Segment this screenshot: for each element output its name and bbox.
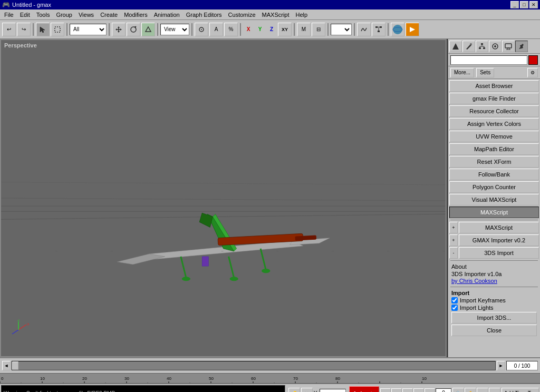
- coord-icon[interactable]: ✕: [301, 388, 313, 393]
- gmax-importer-section-toggle[interactable]: +: [449, 234, 458, 246]
- orbit-icon[interactable]: ⟳: [477, 388, 488, 393]
- select-object-button[interactable]: [36, 23, 50, 36]
- align-button[interactable]: ⊟: [312, 23, 325, 36]
- y-value[interactable]: [320, 389, 346, 393]
- utilities-icon[interactable]: ⚙: [527, 68, 538, 77]
- menu-animation[interactable]: Animation: [151, 9, 183, 19]
- menu-group[interactable]: Group: [53, 9, 75, 19]
- import-lights-checkbox[interactable]: [451, 305, 458, 311]
- add-time-tag-button[interactable]: Add Time Tag: [502, 388, 539, 393]
- color-swatch[interactable]: [528, 55, 538, 65]
- sets-button[interactable]: Sets: [476, 68, 494, 77]
- select-rotate-button[interactable]: [127, 23, 140, 36]
- go-end-button[interactable]: ⏭: [425, 388, 435, 393]
- reset-xform-button[interactable]: Reset XForm: [449, 156, 539, 168]
- timeline-right-arrow[interactable]: ►: [497, 361, 505, 370]
- menu-graph-editors[interactable]: Graph Editors: [183, 9, 225, 19]
- maxscript-section-toggle[interactable]: +: [449, 222, 458, 233]
- import-keyframes-checkbox[interactable]: [451, 297, 458, 303]
- svg-line-35: [229, 257, 234, 278]
- mappath-editor-button[interactable]: MapPath Editor: [449, 143, 539, 155]
- viewport[interactable]: Perspective X Z: [0, 39, 448, 357]
- status-bar: Warning: Can't find texture map file FIR…: [1, 385, 285, 393]
- tab-modify[interactable]: [462, 41, 475, 52]
- animate-button[interactable]: Animate: [349, 386, 379, 393]
- close-button-panel[interactable]: Close: [451, 325, 537, 336]
- curve-editor-button[interactable]: [357, 23, 371, 36]
- select-scale-button[interactable]: [141, 23, 155, 36]
- polygon-counter-button[interactable]: Polygon Counter: [449, 181, 539, 193]
- tab-utilities[interactable]: [515, 41, 528, 52]
- menu-create[interactable]: Create: [97, 9, 121, 19]
- nav-group: ⏮ ◀ ▶ ▶ ⏭: [380, 388, 451, 393]
- import-section: Import Import Keyframes Import Lights Im…: [449, 289, 539, 337]
- zoom-icon[interactable]: 🔍: [452, 388, 464, 393]
- divider1: [450, 220, 538, 220]
- menu-help[interactable]: Help: [293, 9, 311, 19]
- panel-tabs: [448, 39, 540, 54]
- uvw-remove-button[interactable]: UVW Remove: [449, 131, 539, 142]
- time-input[interactable]: [436, 388, 451, 393]
- close-button[interactable]: ✕: [529, 1, 538, 8]
- fov-icon[interactable]: ⊕: [489, 388, 500, 393]
- tab-hierarchy[interactable]: [476, 41, 488, 52]
- select-move-button[interactable]: [112, 23, 126, 36]
- xy-axis[interactable]: XY: [278, 23, 292, 36]
- visual-maxscript-button[interactable]: Visual MAXScript: [449, 194, 539, 205]
- render-scene-button[interactable]: [406, 23, 419, 36]
- mirror-button[interactable]: M: [297, 23, 311, 36]
- x-axis[interactable]: X: [243, 23, 254, 36]
- z-axis[interactable]: Z: [266, 23, 277, 36]
- panel-search-input[interactable]: [450, 55, 527, 65]
- svg-rect-0: [55, 27, 60, 32]
- tab-display[interactable]: [502, 41, 515, 52]
- schematic-view-button[interactable]: [372, 23, 385, 36]
- menu-edit[interactable]: Edit: [17, 9, 33, 19]
- asset-browser-button[interactable]: Asset Browser: [449, 80, 539, 92]
- gmax-file-finder-button[interactable]: gmax File Finder: [449, 93, 539, 104]
- tab-motion[interactable]: [489, 41, 502, 52]
- play-button[interactable]: ▶: [402, 388, 413, 393]
- assign-vertex-colors-button[interactable]: Assign Vertex Colors: [449, 118, 539, 130]
- y-axis[interactable]: Y: [255, 23, 265, 36]
- resource-collector-button[interactable]: Resource Collector: [449, 105, 539, 117]
- timeline-left-arrow[interactable]: ◄: [2, 361, 11, 370]
- menu-file[interactable]: File: [1, 9, 17, 19]
- maximize-button[interactable]: □: [520, 1, 528, 8]
- select-region-button[interactable]: [51, 23, 64, 36]
- material-editor-button[interactable]: [391, 23, 404, 36]
- menu-maxscript[interactable]: MAXScript: [259, 9, 293, 19]
- tab-create[interactable]: [449, 41, 462, 52]
- menu-tools[interactable]: Tools: [33, 9, 53, 19]
- view-type-select[interactable]: View Screen Local World: [160, 24, 189, 35]
- more-button[interactable]: More...: [450, 68, 474, 77]
- key-icon[interactable]: 🔑: [288, 388, 300, 393]
- svg-point-10: [201, 29, 202, 30]
- go-start-button[interactable]: ⏮: [380, 388, 391, 393]
- percent-snap-toggle[interactable]: %: [224, 23, 238, 36]
- menu-modifiers[interactable]: Modifiers: [121, 9, 151, 19]
- about-author-link[interactable]: by Chris Cookson: [451, 278, 537, 284]
- timeline-slider[interactable]: [12, 361, 496, 370]
- svg-rect-42: [202, 257, 208, 266]
- maxscript-button[interactable]: MAXScript: [449, 207, 539, 218]
- time-display: 0 / 100: [506, 361, 538, 370]
- sep3: [109, 23, 110, 36]
- prev-frame-button[interactable]: ◀: [391, 388, 402, 393]
- minimize-button[interactable]: _: [510, 1, 519, 8]
- svg-marker-3: [118, 26, 120, 28]
- menu-customize[interactable]: Customize: [225, 9, 259, 19]
- 3ds-import-section-toggle[interactable]: -: [449, 247, 458, 259]
- next-frame-button[interactable]: ▶: [413, 388, 424, 393]
- undo-button[interactable]: ↩: [2, 23, 16, 36]
- angle-snap-toggle[interactable]: A: [209, 23, 223, 36]
- import-3ds-button[interactable]: Import 3DS...: [451, 312, 537, 324]
- svg-point-7: [131, 27, 136, 32]
- named-selection[interactable]: [331, 24, 352, 35]
- pan-icon[interactable]: ✋: [465, 388, 476, 393]
- menu-views[interactable]: Views: [75, 9, 97, 19]
- follow-bank-button[interactable]: Follow/Bank: [449, 169, 539, 180]
- redo-button[interactable]: ↪: [17, 23, 31, 36]
- selection-filter[interactable]: All Geometry Shapes: [70, 24, 107, 35]
- snap-toggle[interactable]: [195, 23, 208, 36]
